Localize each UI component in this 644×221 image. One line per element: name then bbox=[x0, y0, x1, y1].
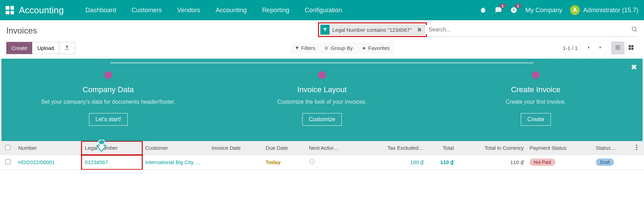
messages-icon[interactable]: 1 bbox=[495, 6, 502, 14]
cell-customer[interactable]: International Big City … bbox=[145, 159, 200, 165]
favorites-button[interactable]: Favorites bbox=[358, 42, 394, 54]
onboarding-invoice-button[interactable]: Create bbox=[521, 113, 551, 126]
user-label: Administrator (15.7) bbox=[583, 7, 638, 14]
messages-badge: 1 bbox=[499, 3, 506, 8]
breadcrumb: Invoices bbox=[6, 26, 37, 36]
navbar-right: 1 1 My Company A Administrator (15.7) bbox=[479, 5, 638, 15]
pager[interactable]: 1-1 / 1 bbox=[563, 45, 578, 51]
activities-badge: 1 bbox=[515, 3, 521, 8]
cell-status: Draft bbox=[596, 159, 614, 166]
avatar: A bbox=[570, 5, 580, 15]
onboarding-step-layout: Invoice Layout Customize the look of you… bbox=[216, 71, 428, 126]
cell-due-date: Today bbox=[266, 159, 281, 165]
svg-point-2 bbox=[636, 147, 637, 148]
control-panel: Invoices Legal Number contains "1234567"… bbox=[0, 20, 644, 59]
navbar: Accounting Dashboard Customers Vendors A… bbox=[0, 0, 644, 20]
close-icon[interactable]: ✖ bbox=[631, 63, 637, 72]
pager-next[interactable] bbox=[594, 43, 606, 53]
menu-reporting[interactable]: Reporting bbox=[254, 7, 297, 14]
onboarding-layout-button[interactable]: Customize bbox=[302, 113, 342, 126]
navbar-menu: Dashboard Customers Vendors Accounting R… bbox=[78, 7, 350, 14]
col-legal[interactable]: Legal Number bbox=[81, 141, 142, 155]
action-buttons: Create Upload bbox=[6, 42, 75, 54]
onboarding-banner: ✖ Company Data Set your company's data f… bbox=[1, 59, 643, 141]
cell-pay-status: Not Paid bbox=[530, 159, 555, 166]
upload-button[interactable]: Upload bbox=[32, 42, 59, 54]
search-facet: Legal Number contains "1234567" ✖ bbox=[320, 24, 425, 35]
search-icon[interactable] bbox=[631, 26, 638, 34]
upload-file-button[interactable] bbox=[59, 42, 75, 54]
company-selector[interactable]: My Company bbox=[525, 7, 562, 14]
cell-number[interactable]: HD/2022/00001 bbox=[18, 159, 55, 165]
col-invoice-date[interactable]: Invoice Date bbox=[209, 141, 263, 155]
onboarding-step-invoice: Create Invoice Create your first invoice… bbox=[430, 71, 642, 126]
facet-label: Legal Number contains "1234567" bbox=[330, 27, 414, 33]
onboarding-step-company: Company Data Set your company's data for… bbox=[2, 71, 214, 126]
pager-prev[interactable] bbox=[583, 43, 594, 53]
filters-button[interactable]: Filters bbox=[291, 42, 320, 54]
facet-remove[interactable]: ✖ bbox=[414, 27, 424, 33]
table-row[interactable]: HD/2022/00001 01234567 International Big… bbox=[0, 155, 644, 170]
apps-icon[interactable] bbox=[6, 6, 14, 14]
menu-accounting[interactable]: Accounting bbox=[208, 7, 254, 14]
cell-total-curr: 110 ₫ bbox=[457, 155, 527, 170]
debug-icon[interactable] bbox=[479, 6, 487, 14]
create-button[interactable]: Create bbox=[6, 42, 32, 54]
pointer-icon bbox=[96, 140, 107, 152]
select-all-checkbox[interactable] bbox=[5, 145, 10, 150]
groupby-button[interactable]: Group By bbox=[320, 42, 357, 54]
col-customer[interactable]: Customer bbox=[142, 141, 209, 155]
svg-point-3 bbox=[636, 149, 637, 150]
col-activity[interactable]: Next Activi… bbox=[306, 141, 361, 155]
col-tax-excl[interactable]: Tax Excluded… bbox=[361, 141, 427, 155]
col-options[interactable] bbox=[633, 141, 644, 155]
app-title[interactable]: Accounting bbox=[19, 5, 64, 16]
col-due-date[interactable]: Due Date bbox=[263, 141, 306, 155]
col-total-curr[interactable]: Total in Currency bbox=[457, 141, 527, 155]
col-pay-status[interactable]: Payment Status bbox=[527, 141, 593, 155]
search-options: Filters Group By Favorites bbox=[291, 42, 394, 54]
cell-total: 110 ₫ bbox=[427, 155, 457, 170]
col-status[interactable]: Status… bbox=[593, 141, 633, 155]
cell-activity[interactable] bbox=[306, 155, 361, 170]
menu-customers[interactable]: Customers bbox=[124, 7, 170, 14]
cell-legal: 01234567 bbox=[85, 159, 108, 165]
svg-point-0 bbox=[98, 140, 105, 145]
filter-icon bbox=[320, 25, 330, 35]
user-menu[interactable]: A Administrator (15.7) bbox=[570, 5, 638, 15]
menu-vendors[interactable]: Vendors bbox=[170, 7, 208, 14]
cell-invoice-date bbox=[209, 155, 263, 170]
menu-dashboard[interactable]: Dashboard bbox=[78, 7, 124, 14]
col-total[interactable]: Total bbox=[427, 141, 457, 155]
row-checkbox[interactable] bbox=[5, 159, 10, 164]
menu-configuration[interactable]: Configuration bbox=[297, 7, 350, 14]
view-kanban[interactable] bbox=[624, 42, 638, 54]
cell-tax-excl: 100 ₫ bbox=[361, 155, 427, 170]
activities-icon[interactable]: 1 bbox=[510, 6, 518, 14]
onboarding-company-button[interactable]: Let's start! bbox=[89, 113, 128, 126]
search-input[interactable] bbox=[425, 25, 631, 34]
view-list[interactable] bbox=[611, 42, 624, 54]
search-bar: Legal Number contains "1234567" ✖ bbox=[320, 24, 638, 37]
svg-point-1 bbox=[636, 145, 637, 146]
col-number[interactable]: Number bbox=[15, 141, 81, 155]
